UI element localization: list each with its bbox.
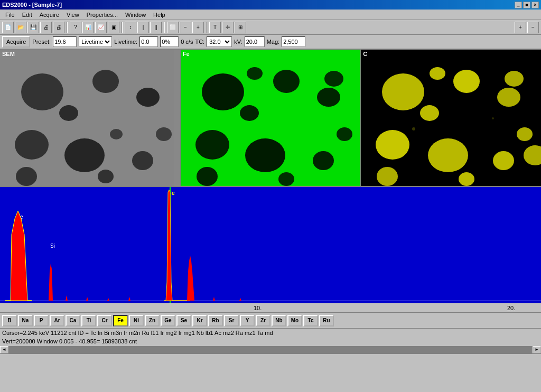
elem-btn-mo[interactable]: Mo	[287, 315, 302, 326]
svg-point-31	[376, 130, 409, 160]
tb-bar2[interactable]: ||	[150, 22, 162, 33]
minimize-btn[interactable]: _	[515, 2, 522, 8]
tb-plus2[interactable]: +	[515, 22, 526, 33]
title-bar: EDS2000 - [Sample-7] _ ■ ×	[0, 0, 541, 10]
elem-btn-ar[interactable]: Ar	[50, 315, 64, 326]
tb-help[interactable]: ?	[70, 22, 81, 33]
svg-point-28	[382, 73, 424, 110]
elem-btn-rb[interactable]: Rb	[208, 315, 223, 326]
elem-btn-ru[interactable]: Ru	[319, 315, 334, 326]
tb-print[interactable]: 🖨	[40, 22, 52, 33]
menu-properties[interactable]: Properties...	[83, 11, 121, 19]
elem-btn-ca[interactable]: Ca	[66, 315, 80, 326]
main-content: SEM Fe	[0, 50, 541, 392]
scroll-track[interactable]	[8, 346, 533, 353]
livetime-input[interactable]	[139, 36, 158, 47]
elem-btn-zr[interactable]: Zr	[256, 315, 270, 326]
svg-point-20	[313, 151, 334, 170]
elem-btn-zn[interactable]: Zn	[145, 315, 160, 326]
livetime-label: Livetime:	[114, 39, 137, 45]
tb-save[interactable]: 💾	[27, 22, 39, 33]
tc-select[interactable]: 32.0	[207, 36, 232, 47]
menu-help[interactable]: Help	[150, 11, 169, 19]
sep3	[164, 22, 165, 33]
scroll-row: ◄ ►	[0, 346, 541, 354]
svg-point-30	[497, 88, 520, 107]
svg-point-24	[278, 172, 294, 186]
menu-window[interactable]: Window	[122, 11, 149, 19]
tb-chart[interactable]: 📈	[95, 22, 107, 33]
tb-minus2[interactable]: −	[527, 22, 539, 33]
svg-point-26	[247, 67, 263, 80]
tb-arrow[interactable]: ↕	[125, 22, 136, 33]
svg-point-38	[505, 71, 524, 87]
svg-point-17	[317, 88, 340, 107]
svg-rect-43	[0, 187, 541, 303]
toolbar: 📄 📂 💾 🖨 🖨 ? 📊 📈 ▣ ↕ | || ⬜ − + T ✛ ⊞ + −	[0, 20, 541, 35]
elem-btn-tc[interactable]: Tc	[303, 315, 318, 326]
mag-label: Mag:	[267, 39, 279, 45]
fe-label: Fe	[183, 51, 190, 57]
c-image	[361, 50, 541, 186]
close-btn[interactable]: ×	[531, 2, 539, 8]
tb-cursor[interactable]: ✛	[222, 22, 234, 33]
tb-hist[interactable]: ▣	[108, 22, 119, 33]
scroll-right[interactable]: ►	[533, 346, 541, 353]
elem-btn-sr[interactable]: Sr	[224, 315, 239, 326]
elem-btn-nb[interactable]: Nb	[272, 315, 286, 326]
elem-btn-ni[interactable]: Ni	[129, 315, 144, 326]
svg-point-39	[430, 67, 445, 80]
status-text-1: Cursor=2.245 keV 11212 cnt ID = Tc In Bi…	[2, 330, 273, 336]
tb-new[interactable]: 📄	[2, 22, 14, 33]
preset-input[interactable]	[53, 36, 77, 47]
image-panels: SEM Fe	[0, 50, 541, 187]
menu-acquire[interactable]: Acquire	[36, 11, 62, 19]
tb-select[interactable]: ⬜	[167, 22, 179, 33]
scroll-left[interactable]: ◄	[0, 346, 8, 353]
elem-btn-se[interactable]: Se	[176, 315, 191, 326]
elem-btn-kr[interactable]: Kr	[192, 315, 207, 326]
percent-input	[160, 36, 179, 47]
svg-point-23	[197, 167, 218, 186]
restore-btn[interactable]: ■	[523, 2, 530, 8]
tb-t[interactable]: T	[209, 22, 221, 33]
tb-zoom[interactable]: 📊	[82, 22, 94, 33]
status-row2: Vert=200000 Window 0.005 - 40.955= 15893…	[0, 337, 541, 346]
tb-minus[interactable]: −	[180, 22, 191, 33]
acquire-button[interactable]: Acquire	[2, 36, 30, 48]
menu-file[interactable]: File	[2, 11, 18, 19]
status-text-2: Vert=200000 Window 0.005 - 40.955= 15893…	[2, 338, 137, 344]
sem-image	[0, 50, 180, 186]
elem-btn-b[interactable]: B	[2, 315, 17, 326]
svg-point-35	[420, 105, 439, 121]
elem-btn-p[interactable]: P	[34, 315, 49, 326]
elem-btn-fe[interactable]: Fe	[113, 315, 128, 326]
elem-btn-cr[interactable]: Cr	[97, 315, 112, 326]
svg-text:Si: Si	[50, 243, 55, 249]
fe-panel: Fe	[181, 50, 361, 186]
elem-btn-ti[interactable]: Ti	[81, 315, 96, 326]
svg-point-42	[492, 117, 494, 119]
menu-view[interactable]: View	[63, 11, 82, 19]
tb-plus[interactable]: +	[192, 22, 204, 33]
svg-point-33	[493, 151, 514, 170]
kv-input[interactable]	[245, 36, 265, 47]
tb-open[interactable]: 📂	[15, 22, 26, 33]
svg-point-36	[377, 167, 398, 186]
svg-point-34	[517, 127, 533, 141]
tb-bar[interactable]: |	[137, 22, 149, 33]
menu-edit[interactable]: Edit	[19, 11, 35, 19]
svg-point-41	[412, 127, 415, 130]
svg-point-21	[337, 127, 352, 141]
spectrum-chart: Fe Fe Si	[0, 187, 541, 303]
elem-btn-ge[interactable]: Ge	[161, 315, 175, 326]
elem-btn-y[interactable]: Y	[240, 315, 255, 326]
elem-btn-na[interactable]: Na	[18, 315, 33, 326]
acquire-bar: Acquire Preset: Livetime Livetime: 0 c/s…	[0, 35, 541, 50]
tb-grid[interactable]: ⊞	[235, 22, 246, 33]
xaxis-10: 10.	[254, 305, 262, 311]
livetime-select[interactable]: Livetime	[79, 36, 112, 47]
title-bar-controls[interactable]: _ ■ ×	[515, 2, 539, 8]
mag-input[interactable]	[282, 36, 305, 47]
tb-print2[interactable]: 🖨	[53, 22, 64, 33]
